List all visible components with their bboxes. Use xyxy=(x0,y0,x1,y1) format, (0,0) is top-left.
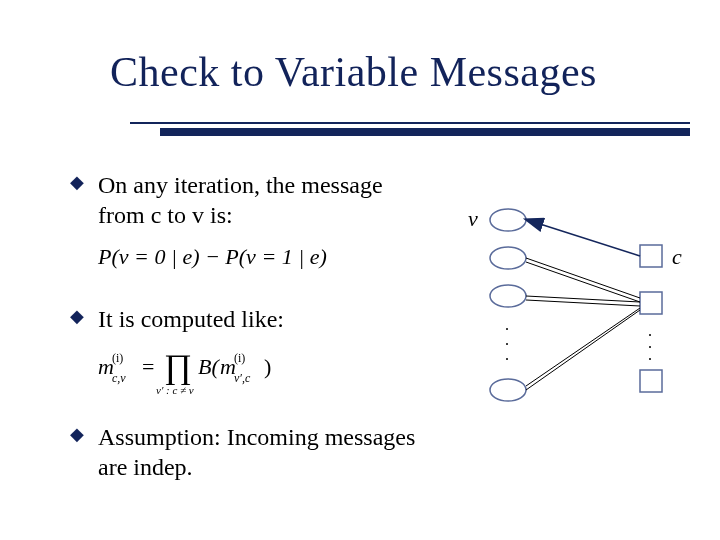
body: ◆ On any iteration, the message from c t… xyxy=(70,170,430,492)
slide: Check to Variable Messages ◆ On any iter… xyxy=(0,0,720,540)
dots-left: . xyxy=(505,346,509,363)
dots-right: . xyxy=(648,346,652,363)
prod-symbol: ∏ xyxy=(164,348,192,386)
bullet-1-text: On any iteration, the message from c to … xyxy=(98,172,383,228)
formula-2-svg: m c,v (i) = ∏ v′ : c ≠ v B( m v′,c (i) ) xyxy=(98,344,418,396)
title-area: Check to Variable Messages xyxy=(110,48,680,96)
edge xyxy=(526,262,640,302)
m-rhs-sub: v′,c xyxy=(234,371,251,385)
var-node xyxy=(490,247,526,269)
edge xyxy=(526,258,640,298)
bullet-mark-icon: ◆ xyxy=(70,174,86,190)
variable-nodes xyxy=(490,209,526,401)
eq-sign: = xyxy=(142,354,154,379)
formula-2: m c,v (i) = ∏ v′ : c ≠ v B( m v′,c (i) ) xyxy=(98,344,430,396)
m-rhs-sup: (i) xyxy=(234,351,245,365)
var-node xyxy=(490,209,526,231)
check-node xyxy=(640,292,662,314)
bullet-mark-icon: ◆ xyxy=(70,308,86,324)
label-v: v xyxy=(468,206,478,231)
formula-1: P(v = 0 | e) − P(v = 1 | e) xyxy=(98,240,430,278)
ellipsis-dots: . . . . . . xyxy=(505,316,652,363)
m-lhs-sub: c,v xyxy=(112,371,126,385)
bullet-2: ◆ It is computed like: xyxy=(70,304,430,334)
bullet-3-text: Assumption: Incoming messages are indep. xyxy=(98,424,415,480)
bullet-mark-icon: ◆ xyxy=(70,426,86,442)
edge xyxy=(526,310,640,390)
rule-thin xyxy=(130,122,690,124)
bipartite-diagram: . . . . . . v c xyxy=(450,190,690,420)
close-paren: ) xyxy=(264,354,271,379)
arrow-c-to-v xyxy=(540,224,640,256)
diagram-svg: . . . . . . v c xyxy=(450,190,690,420)
rule-thick xyxy=(160,128,690,136)
m-lhs-sup: (i) xyxy=(112,351,123,365)
bullet-3: ◆ Assumption: Incoming messages are inde… xyxy=(70,422,430,482)
label-c: c xyxy=(672,244,682,269)
page-title: Check to Variable Messages xyxy=(110,48,680,96)
check-nodes xyxy=(640,245,662,392)
B-open: B( xyxy=(198,354,220,379)
bullet-2-text: It is computed like: xyxy=(98,306,284,332)
check-node xyxy=(640,370,662,392)
title-rule xyxy=(130,122,690,136)
prod-sub: v′ : c ≠ v xyxy=(156,384,194,396)
var-node xyxy=(490,379,526,401)
formula-1-text: P(v = 0 | e) − P(v = 1 | e) xyxy=(97,244,327,269)
bullet-1: ◆ On any iteration, the message from c t… xyxy=(70,170,430,230)
var-node xyxy=(490,285,526,307)
edge xyxy=(526,308,640,386)
formula-1-svg: P(v = 0 | e) − P(v = 1 | e) xyxy=(98,240,398,276)
edge-lines xyxy=(526,258,640,390)
check-node xyxy=(640,245,662,267)
